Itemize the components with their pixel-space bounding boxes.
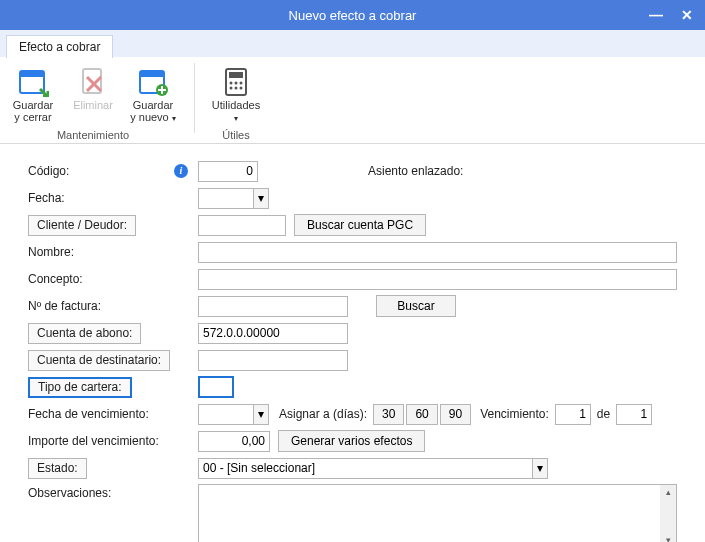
info-icon[interactable]: i xyxy=(174,164,188,178)
utilities-label: Utilidades xyxy=(212,99,260,111)
window-controls: — ✕ xyxy=(649,0,701,30)
cliente-button[interactable]: Cliente / Deudor: xyxy=(28,215,136,236)
cliente-field[interactable] xyxy=(198,215,286,236)
abono-button[interactable]: Cuenta de abono: xyxy=(28,323,141,344)
save-close-l2: y cerrar xyxy=(14,111,51,123)
buscar-pgc-button[interactable]: Buscar cuenta PGC xyxy=(294,214,426,236)
estado-dropdown-button[interactable]: ▾ xyxy=(533,458,548,479)
buscar-button[interactable]: Buscar xyxy=(376,295,456,317)
cartera-button[interactable]: Tipo de cartera: xyxy=(28,377,132,398)
save-new-icon xyxy=(137,65,169,97)
nombre-field[interactable] xyxy=(198,242,677,263)
obs-label: Observaciones: xyxy=(28,486,111,500)
fecha-label: Fecha: xyxy=(28,191,65,205)
estado-field[interactable] xyxy=(198,458,533,479)
estado-button[interactable]: Estado: xyxy=(28,458,87,479)
delete-icon xyxy=(77,65,109,97)
ribbon: Guardary cerrar Eliminar Guardary nuevo … xyxy=(0,57,705,144)
importe-field[interactable] xyxy=(198,431,270,452)
svg-point-15 xyxy=(240,82,243,85)
svg-rect-12 xyxy=(229,72,243,78)
svg-point-14 xyxy=(235,82,238,85)
ribbon-group-utiles: Utilidades▾ Útiles xyxy=(209,63,263,141)
save-new-l1: Guardar xyxy=(133,99,173,111)
days-30-button[interactable]: 30 xyxy=(373,404,404,425)
destinatario-field[interactable] xyxy=(198,350,348,371)
ribbon-tabs: Efecto a cobrar xyxy=(0,30,705,57)
codigo-label: Código: xyxy=(28,164,69,178)
svg-rect-1 xyxy=(20,71,44,77)
calculator-icon xyxy=(220,65,252,97)
nombre-label: Nombre: xyxy=(28,245,74,259)
asiento-label: Asiento enlazado: xyxy=(368,164,463,178)
save-close-icon xyxy=(17,65,49,97)
venc-num-field[interactable] xyxy=(555,404,591,425)
close-icon[interactable]: ✕ xyxy=(681,7,693,23)
minimize-icon[interactable]: — xyxy=(649,7,663,23)
asignar-label: Asignar a (días): xyxy=(279,407,367,421)
title-bar: Nuevo efecto a cobrar — ✕ xyxy=(0,0,705,30)
save-close-button[interactable]: Guardary cerrar xyxy=(6,63,60,127)
save-close-l1: Guardar xyxy=(13,99,53,111)
save-new-l2: y nuevo xyxy=(130,111,169,123)
utilities-button[interactable]: Utilidades▾ xyxy=(209,63,263,127)
svg-rect-7 xyxy=(140,71,164,77)
tab-efecto-a-cobrar[interactable]: Efecto a cobrar xyxy=(6,35,113,58)
delete-label: Eliminar xyxy=(73,99,113,111)
save-new-button[interactable]: Guardary nuevo ▾ xyxy=(126,63,180,127)
svg-point-16 xyxy=(230,87,233,90)
chevron-down-icon: ▾ xyxy=(234,114,238,123)
codigo-field[interactable] xyxy=(198,161,258,182)
delete-button: Eliminar xyxy=(66,63,120,127)
cartera-field[interactable] xyxy=(198,376,234,398)
abono-field[interactable] xyxy=(198,323,348,344)
fvenc-field[interactable] xyxy=(198,404,254,425)
destinatario-button[interactable]: Cuenta de destinatario: xyxy=(28,350,170,371)
importe-label: Importe del vencimiento: xyxy=(28,434,159,448)
group-utils-label: Útiles xyxy=(216,129,256,141)
venc-label: Vencimiento: xyxy=(480,407,549,421)
observaciones-field[interactable] xyxy=(199,485,660,542)
svg-point-17 xyxy=(235,87,238,90)
ribbon-group-mantenimiento: Guardary cerrar Eliminar Guardary nuevo … xyxy=(6,63,180,141)
fvenc-label: Fecha de vencimiento: xyxy=(28,407,149,421)
window-title: Nuevo efecto a cobrar xyxy=(289,8,417,23)
svg-point-13 xyxy=(230,82,233,85)
fvenc-dropdown-button[interactable]: ▾ xyxy=(254,404,269,425)
scroll-up-icon[interactable]: ▴ xyxy=(666,487,671,497)
days-90-button[interactable]: 90 xyxy=(440,404,471,425)
obs-scrollbar[interactable]: ▴ ▾ xyxy=(660,485,676,542)
fecha-dropdown-button[interactable]: ▾ xyxy=(254,188,269,209)
concepto-field[interactable] xyxy=(198,269,677,290)
scroll-down-icon[interactable]: ▾ xyxy=(666,535,671,542)
chevron-down-icon: ▾ xyxy=(172,114,176,123)
fecha-field[interactable] xyxy=(198,188,254,209)
form-area: Código: i Asiento enlazado: Fecha: ▾ Cli… xyxy=(0,144,705,542)
generar-button[interactable]: Generar varios efectos xyxy=(278,430,425,452)
venc-total-field[interactable] xyxy=(616,404,652,425)
days-60-button[interactable]: 60 xyxy=(406,404,437,425)
venc-de-label: de xyxy=(597,407,610,421)
ribbon-separator xyxy=(194,63,195,133)
group-maint-label: Mantenimiento xyxy=(51,129,135,141)
svg-point-18 xyxy=(240,87,243,90)
factura-label: Nº de factura: xyxy=(28,299,101,313)
concepto-label: Concepto: xyxy=(28,272,83,286)
factura-field[interactable] xyxy=(198,296,348,317)
